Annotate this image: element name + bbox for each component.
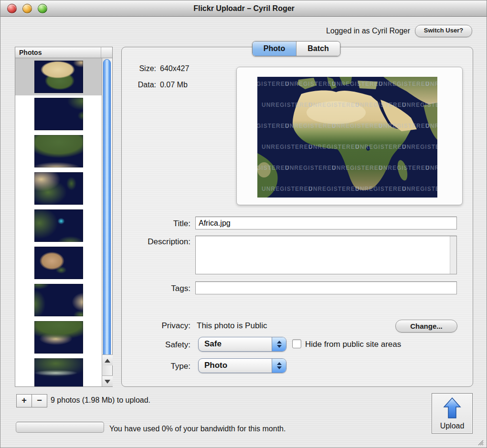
privacy-label: Privacy: (122, 321, 191, 331)
bandwidth-progress-bar (16, 422, 104, 433)
photo-batch-tabs: Photo Batch (252, 41, 340, 56)
photo-list-item-caribbean[interactable] (15, 207, 102, 244)
size-label: Size: (122, 64, 156, 73)
upload-button[interactable]: Upload (432, 393, 473, 434)
size-value: 640x427 (160, 64, 189, 73)
bandwidth-text: You have used 0% of your bandwidth for t… (109, 425, 286, 433)
flickr-uploadr-window: { "window": { "title": "Flickr Uploadr –… (0, 0, 487, 448)
thumbnail-australia-image (34, 247, 83, 279)
photo-list-item-north-atlantic[interactable] (15, 281, 102, 319)
thumbnail-south-atlantic-image (34, 98, 83, 130)
description-input[interactable] (196, 236, 456, 274)
thumbnail-caribbean-image (34, 209, 83, 242)
thumbnail-africa-image (34, 61, 83, 93)
thumbnail-asia-image (34, 321, 83, 354)
photo-list-item-south-atlantic[interactable] (15, 95, 102, 133)
title-bar[interactable]: Flickr Uploadr – Cyril Roger (0, 0, 487, 17)
add-remove-control: + − (16, 394, 47, 407)
logged-in-text: Logged in as Cyril Roger (326, 27, 410, 35)
scroll-up-arrow-icon (105, 359, 110, 363)
photo-list-item-africa[interactable] (15, 58, 102, 95)
resize-grip-icon[interactable] (476, 438, 484, 446)
photo-preview-box: UNREGISTEREDUNREGISTEREDUNREGISTEREDUNRE… (236, 67, 463, 205)
type-label: Type: (122, 362, 191, 371)
remove-photo-button[interactable]: − (32, 395, 47, 407)
tags-input[interactable] (195, 281, 457, 294)
hide-from-public-label: Hide from public site areas (305, 340, 401, 349)
tab-batch[interactable]: Batch (296, 42, 340, 56)
scroll-up-button[interactable] (102, 354, 113, 365)
photos-header-label: Photos (19, 49, 42, 56)
window-title: Flickr Uploadr – Cyril Roger (0, 0, 487, 16)
thumbnail-north-america-image (34, 358, 83, 386)
photos-panel: Photos (15, 47, 113, 387)
type-stepper-arrows-icon (272, 359, 286, 373)
switch-user-button[interactable]: Switch User? (415, 25, 472, 37)
photo-list-item-east-asia[interactable] (15, 170, 102, 207)
thumbnail-east-asia-image (34, 172, 83, 205)
session-row: Logged in as Cyril Roger Switch User? (326, 25, 472, 37)
type-select-value: Photo (204, 361, 227, 370)
safety-stepper-arrows-icon (272, 337, 286, 351)
safety-select[interactable]: Safe (198, 337, 286, 352)
photo-detail-panel: Size: 640x427 Data: 0.07 Mb (121, 47, 473, 387)
photo-list-item-north-america[interactable] (15, 356, 102, 386)
description-field-frame (195, 236, 457, 274)
photo-list-scrollbar[interactable] (102, 58, 112, 386)
add-photo-button[interactable]: + (17, 395, 32, 407)
upload-count-text: 9 photos (1.98 Mb) to upload. (51, 396, 150, 405)
photos-list-header: Photos (15, 47, 112, 58)
description-label: Description: (122, 237, 191, 247)
tags-label: Tags: (122, 284, 191, 293)
type-select[interactable]: Photo (198, 358, 286, 373)
scroll-down-button[interactable] (102, 375, 113, 386)
tab-photo[interactable]: Photo (253, 42, 296, 56)
hide-from-public-checkbox[interactable] (292, 339, 301, 348)
safety-select-value: Safe (204, 339, 222, 349)
photos-header-spacer (101, 47, 112, 58)
data-value: 0.07 Mb (160, 81, 188, 89)
upload-arrow-icon (443, 397, 462, 419)
thumbnail-north-atlantic-image (34, 284, 83, 316)
photo-list-item-europe[interactable] (15, 133, 102, 170)
privacy-value: This photo is Public (197, 321, 267, 331)
change-privacy-button[interactable]: Change... (395, 320, 457, 333)
photo-list-item-australia[interactable] (15, 244, 102, 281)
description-scrollbar[interactable] (450, 236, 456, 274)
title-label: Title: (122, 219, 191, 229)
photo-preview-image (257, 77, 437, 198)
photo-list (15, 58, 102, 386)
safety-label: Safety: (122, 340, 191, 350)
upload-button-label: Upload (432, 422, 472, 430)
thumbnail-europe-image (34, 135, 83, 167)
data-label: Data: (122, 81, 156, 89)
scroll-down-arrow-icon (105, 380, 110, 384)
title-input[interactable] (195, 217, 457, 229)
photo-list-item-asia[interactable] (15, 319, 102, 356)
scrollbar-thumb[interactable] (103, 59, 111, 361)
